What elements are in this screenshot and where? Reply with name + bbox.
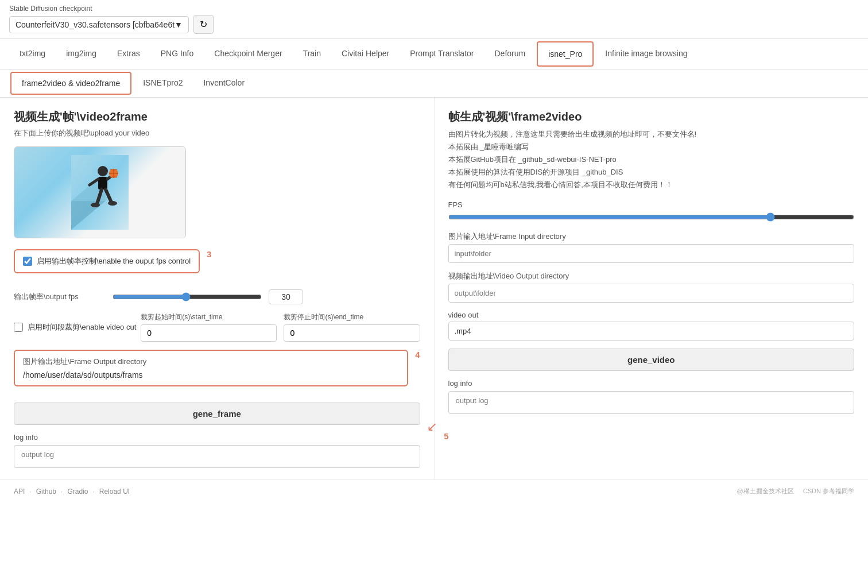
output-dir-box: 图片输出地址\Frame Output directory /home/user… bbox=[14, 350, 408, 386]
annotation-3: 3 bbox=[207, 249, 211, 259]
main-content: 视频生成'帧'\video2frame 在下面上传你的视频吧\upload yo… bbox=[0, 98, 868, 479]
video-out-section: video out bbox=[448, 311, 855, 341]
left-panel: 视频生成'帧'\video2frame 在下面上传你的视频吧\upload yo… bbox=[0, 98, 435, 479]
chevron-down-icon: ▼ bbox=[175, 20, 183, 29]
footer-csdn: CSDN 参考福同学 bbox=[803, 487, 854, 496]
right-log-box: output log bbox=[448, 391, 855, 414]
footer-reload-link[interactable]: Reload UI bbox=[99, 488, 130, 496]
info-line-1: 由图片转化为视频，注意这里只需要给出生成视频的地址即可，不要文件名! bbox=[448, 128, 855, 141]
right-panel: 帧生成'视频'\frame2video 由图片转化为视频，注意这里只需要给出生成… bbox=[435, 98, 869, 479]
fps-control-checkbox[interactable] bbox=[23, 257, 32, 266]
sub-tab-inventcolor[interactable]: InventColor bbox=[193, 72, 255, 94]
fps-output-value[interactable]: 30 bbox=[269, 289, 303, 304]
fps-control-box: 启用输出帧率控制\enable the ouput fps control bbox=[14, 249, 200, 273]
gene-frame-section: gene_frame ↗ 5 bbox=[14, 403, 420, 433]
fps-output-slider[interactable] bbox=[113, 292, 262, 301]
fps-output-row: 输出帧率\output fps 30 bbox=[14, 289, 420, 304]
tab-img2img[interactable]: img2img bbox=[56, 42, 107, 66]
video-cut-row: 启用时间段裁剪\enable video cut 裁剪起始时间(s)\start… bbox=[14, 312, 420, 342]
frame-input-label: 图片输入地址\Frame Input directory bbox=[448, 231, 855, 242]
sub-tab-frame2video[interactable]: frame2video & video2frame bbox=[10, 72, 131, 95]
nav-tabs: txt2img img2img Extras PNG Info Checkpoi… bbox=[0, 39, 868, 69]
footer-gradio-link[interactable]: Gradio bbox=[67, 488, 88, 496]
footer-links: API · Github · Gradio · Reload UI bbox=[14, 488, 130, 496]
output-dir-label: 图片输出地址\Frame Output directory bbox=[23, 357, 399, 367]
refresh-button[interactable]: ↻ bbox=[193, 15, 214, 34]
right-section-title: 帧生成'视频'\frame2video bbox=[448, 109, 582, 125]
gene-video-button[interactable]: gene_video bbox=[448, 349, 855, 371]
info-line-4: 本拓展使用的算法有使用DIS的开源项目 _github_DIS bbox=[448, 166, 855, 179]
video-cut-label: 启用时间段裁剪\enable video cut bbox=[28, 322, 136, 332]
refresh-icon: ↻ bbox=[200, 20, 207, 29]
svg-point-3 bbox=[98, 166, 108, 176]
video-placeholder bbox=[14, 147, 185, 238]
annotation-5: 5 bbox=[444, 431, 448, 441]
footer-dot-2: · bbox=[61, 488, 63, 496]
tab-png-info[interactable]: PNG Info bbox=[150, 42, 204, 66]
footer-dot-1: · bbox=[29, 488, 31, 496]
tab-deforum[interactable]: Deforum bbox=[485, 42, 536, 66]
fps-output-label: 输出帧率\output fps bbox=[14, 292, 106, 302]
tab-civitai-helper[interactable]: Civitai Helper bbox=[331, 42, 400, 66]
tab-txt2img[interactable]: txt2img bbox=[9, 42, 56, 66]
tab-checkpoint-merger[interactable]: Checkpoint Merger bbox=[204, 42, 292, 66]
footer-api-link[interactable]: API bbox=[14, 488, 25, 496]
video-output-field[interactable] bbox=[448, 284, 855, 303]
svg-point-12 bbox=[91, 203, 100, 207]
tab-isnet-pro[interactable]: isnet_Pro bbox=[537, 41, 594, 67]
left-section-title: 视频生成'帧'\video2frame bbox=[14, 109, 420, 125]
right-fps-section: FPS bbox=[448, 200, 855, 223]
checkpoint-label: Stable Diffusion checkpoint bbox=[9, 5, 859, 13]
frame-input-section: 图片输入地址\Frame Input directory bbox=[448, 231, 855, 263]
footer-dot-3: · bbox=[92, 488, 94, 496]
right-info-text: 由图片转化为视频，注意这里只需要给出生成视频的地址即可，不要文件名! 本拓展由 … bbox=[448, 128, 855, 191]
info-line-5: 有任何问题均可b站私信我,我看心情回答,本项目不收取任何费用！！ bbox=[448, 179, 855, 191]
gene-frame-button[interactable]: gene_frame bbox=[14, 403, 420, 425]
info-line-3: 本拓展GitHub项目在 _github_sd-webui-IS-NET-pro bbox=[448, 153, 855, 166]
time-inputs: 裁剪起始时间(s)\start_time 裁剪停止时间(s)\end_time bbox=[141, 312, 420, 342]
right-fps-slider[interactable] bbox=[448, 212, 855, 222]
checkpoint-select[interactable]: CounterfeitV30_v30.safetensors [cbfba64e… bbox=[9, 16, 189, 33]
end-time-label: 裁剪停止时间(s)\end_time bbox=[284, 312, 420, 322]
right-log-label: log info bbox=[448, 379, 855, 388]
tab-extras[interactable]: Extras bbox=[107, 42, 150, 66]
frame-input-field[interactable] bbox=[448, 244, 855, 263]
end-time-input[interactable] bbox=[284, 324, 420, 342]
start-time-group: 裁剪起始时间(s)\start_time bbox=[141, 312, 277, 342]
sub-tabs: frame2video & video2frame ISNETpro2 Inve… bbox=[0, 69, 868, 98]
footer-github-link[interactable]: Github bbox=[36, 488, 56, 496]
checkpoint-bar: Stable Diffusion checkpoint CounterfeitV… bbox=[0, 0, 868, 39]
output-dir-value: /home/user/data/sd/outputs/frams bbox=[23, 370, 399, 380]
video-out-label: video out bbox=[448, 311, 855, 319]
left-section-subtitle: 在下面上传你的视频吧\upload your video bbox=[14, 128, 420, 138]
checkpoint-value: CounterfeitV30_v30.safetensors [cbfba64e… bbox=[16, 20, 175, 29]
video-upload-area[interactable]: 📹 Video × S100 bbox=[14, 146, 186, 238]
left-log-section: log info output log bbox=[14, 433, 420, 468]
tab-train[interactable]: Train bbox=[293, 42, 331, 66]
footer: API · Github · Gradio · Reload UI @稀土掘金技… bbox=[0, 479, 868, 502]
info-line-2: 本拓展由 _星瞳毒唯编写 bbox=[448, 141, 855, 153]
left-log-box: output log bbox=[14, 445, 420, 468]
video-cut-checkbox[interactable] bbox=[14, 323, 23, 332]
right-log-section: log info output log bbox=[448, 379, 855, 414]
end-time-group: 裁剪停止时间(s)\end_time bbox=[284, 312, 420, 342]
svg-point-13 bbox=[108, 201, 117, 206]
start-time-label: 裁剪起始时间(s)\start_time bbox=[141, 312, 277, 322]
tab-prompt-translator[interactable]: Prompt Translator bbox=[400, 42, 484, 66]
video-output-label: 视频输出地址\Video Output directory bbox=[448, 271, 855, 281]
video-out-field[interactable] bbox=[448, 322, 855, 341]
left-log-label: log info bbox=[14, 433, 420, 442]
annotation-4: 4 bbox=[415, 350, 420, 359]
annotation-arrow-5: ↗ bbox=[427, 420, 437, 435]
footer-watermark: @稀土掘金技术社区 bbox=[737, 487, 794, 496]
video-output-section: 视频输出地址\Video Output directory bbox=[448, 271, 855, 303]
tab-infinite-image-browsing[interactable]: Infinite image browsing bbox=[595, 42, 698, 66]
start-time-input[interactable] bbox=[141, 324, 277, 342]
basketball-player-svg bbox=[71, 155, 129, 230]
fps-control-label: 启用输出帧率控制\enable the ouput fps control bbox=[37, 256, 191, 266]
sub-tab-isnetpro2[interactable]: ISNETpro2 bbox=[133, 72, 193, 94]
checkpoint-row: CounterfeitV30_v30.safetensors [cbfba64e… bbox=[9, 15, 859, 34]
right-fps-label: FPS bbox=[448, 200, 855, 209]
